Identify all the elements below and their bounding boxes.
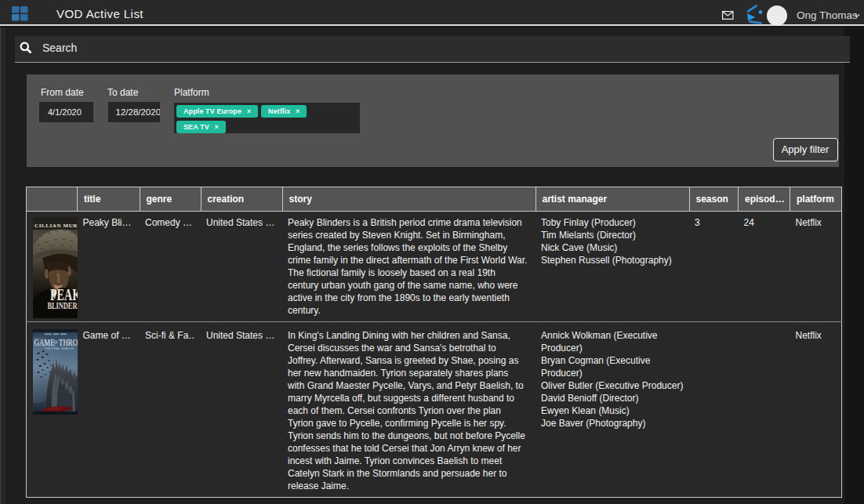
svg-text:GAME: GAME [34, 337, 55, 347]
svg-text:THE FINAL SEASON: THE FINAL SEASON [45, 347, 74, 350]
svg-text:BLINDERS: BLINDERS [48, 299, 78, 310]
svg-text:CILLIAN MUR: CILLIAN MUR [34, 223, 78, 229]
svg-text:THRONES: THRONES [59, 337, 78, 347]
